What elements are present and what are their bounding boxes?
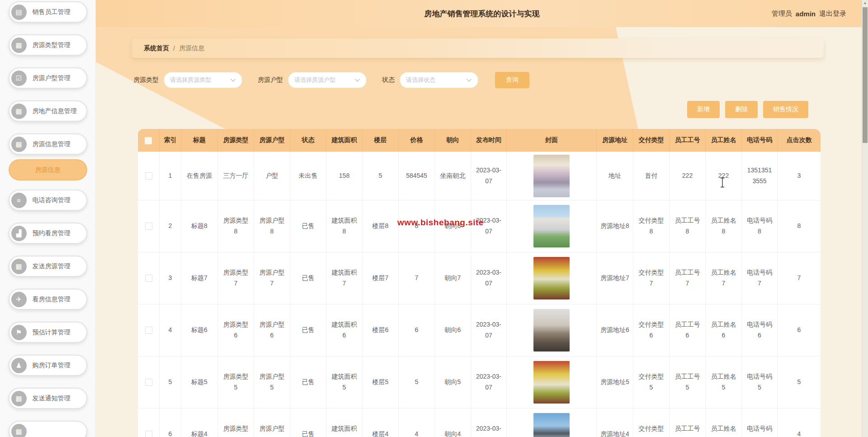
breadcrumb-home[interactable]: 系统首页: [144, 44, 169, 52]
sidebar-item-active[interactable]: 房源信息: [9, 159, 87, 180]
grid-icon: ▦: [11, 391, 27, 406]
sidebar-item[interactable]: ▦房地产信息管理: [9, 100, 87, 122]
header-cell: 房源地址: [597, 129, 633, 152]
select-all-checkbox[interactable]: [145, 137, 152, 144]
table-cell: 标题5: [181, 356, 218, 408]
scrollbar[interactable]: ▲: [862, 0, 868, 437]
row-checkbox[interactable]: [145, 275, 152, 282]
sidebar-item[interactable]: ≡电话咨询管理: [9, 190, 87, 211]
sidebar-item[interactable]: ▦发送房源管理: [9, 256, 87, 277]
colorful-room-photo[interactable]: [533, 257, 570, 299]
chevron-down-icon: [230, 78, 236, 82]
sidebar-item[interactable]: ▤销售员工管理: [9, 1, 87, 23]
table-cell: 222: [706, 152, 742, 200]
sidebar-item-label: 预约看房管理: [33, 229, 71, 238]
username: admin: [796, 10, 816, 18]
table-cell: 房源类型7: [218, 252, 254, 304]
breadcrumb: 系统首页 / 房源信息: [132, 38, 824, 58]
cell-cover: [507, 356, 597, 408]
sidebar-item[interactable]: ▦发送通知管理: [9, 388, 87, 409]
logout-link[interactable]: 退出登录: [819, 10, 846, 18]
header-cell: 索引: [160, 129, 181, 152]
table-cell: 222: [670, 152, 706, 200]
table-cell: 6: [160, 408, 181, 437]
sales-status-button[interactable]: 销售情况: [763, 101, 808, 118]
table-cell: 1: [160, 152, 181, 200]
header-cell: 楼层: [363, 129, 399, 152]
cell-cover: [507, 252, 597, 304]
delete-button[interactable]: 删除: [725, 101, 758, 118]
sidebar-item[interactable]: ▟预约看房管理: [9, 223, 87, 244]
filter-label: 房源户型: [258, 76, 283, 84]
sidebar-item[interactable]: ✈看房信息管理: [9, 289, 87, 310]
table-cell: 电话号码4: [742, 408, 778, 437]
table-cell: 户型: [254, 152, 290, 200]
table-cell: 三方一厅: [218, 152, 254, 200]
select-placeholder: 请选择房源类型: [170, 76, 211, 84]
table-cell: 3: [160, 252, 181, 304]
classic-interior-photo[interactable]: [533, 155, 570, 197]
sidebar: ▤销售员工管理▦房源类型管理☑房源户型管理▦房地产信息管理▦房源信息管理房源信息…: [0, 0, 96, 437]
table-cell: 电话号码8: [742, 200, 778, 252]
table-cell: 电话号码5: [742, 356, 778, 408]
sidebar-item[interactable]: ▦房源信息管理: [9, 133, 87, 155]
table-cell: 158: [326, 152, 363, 200]
sidebar-item[interactable]: ▦房源类型管理: [9, 34, 87, 56]
add-button[interactable]: 新增: [687, 101, 720, 118]
aframe-house-photo[interactable]: [533, 413, 570, 437]
header-cell: 朝向: [435, 129, 471, 152]
table-cell: 交付类型8: [633, 200, 670, 252]
filter-label: 房源类型: [133, 76, 159, 84]
row-checkbox[interactable]: [145, 379, 152, 386]
table-row: 5标题5房源类型5房源户型5已售建筑面积5楼层55朝向52023-03-07房源…: [138, 356, 821, 408]
flag-icon: ⚑: [11, 325, 27, 340]
table-cell: 房源地址5: [597, 356, 633, 408]
chevron-down-icon: [466, 78, 472, 82]
sidebar-item[interactable]: ⚑预估计算管理: [9, 322, 87, 343]
table-cell: 未出售: [290, 152, 326, 200]
cell-checkbox: [138, 200, 160, 252]
cell-checkbox: [138, 356, 160, 408]
cell-cover: [507, 200, 597, 252]
sidebar-item[interactable]: ☑房源户型管理: [9, 67, 87, 89]
grid-icon: ▦: [11, 104, 27, 119]
cell-cover: [507, 408, 597, 437]
table-cell: 房源地址6: [597, 304, 633, 356]
table-cell: 房源地址7: [597, 252, 633, 304]
page-title: 房地产销售管理系统的设计与实现: [96, 0, 868, 27]
row-checkbox[interactable]: [145, 431, 152, 437]
gray-house-photo[interactable]: [533, 309, 570, 352]
sidebar-item[interactable]: ♟购房订单管理: [9, 355, 87, 376]
table-cell: 2023-03-07: [471, 152, 507, 200]
scrollbar-thumb[interactable]: [863, 7, 868, 143]
table-cell: 7: [399, 252, 435, 304]
filter-select[interactable]: 请选择状态: [399, 71, 479, 89]
table-cell: 已售: [290, 356, 326, 408]
table-cell: 员工工号4: [670, 408, 706, 437]
topbar: 房地产销售管理系统的设计与实现 管理员 admin 退出登录: [96, 0, 868, 27]
data-table: 索引标题房源类型房源户型状态建筑面积楼层价格朝向发布时间封面房源地址交付类型员工…: [137, 129, 821, 437]
cell-cover: [507, 304, 597, 356]
table-cell: 8: [778, 200, 821, 252]
table-cell: 建筑面积8: [326, 200, 363, 252]
table-cell: 楼层7: [363, 252, 399, 304]
grid-icon: ▦: [11, 38, 27, 53]
sidebar-item[interactable]: ▦: [9, 421, 87, 437]
villa-photo[interactable]: [533, 205, 570, 247]
row-checkbox[interactable]: [145, 327, 152, 334]
header-cell: 点击次数: [778, 129, 821, 152]
header-cell: 员工工号: [670, 129, 706, 152]
filter-select[interactable]: 请选择房源户型: [288, 71, 367, 89]
filter-select[interactable]: 请选择房源类型: [163, 71, 243, 89]
row-checkbox[interactable]: [145, 223, 152, 230]
table-cell: 6: [778, 304, 821, 356]
colorful-room-photo[interactable]: [533, 361, 570, 404]
table-cell: 5: [399, 356, 435, 408]
grid-icon: ▦: [11, 137, 27, 152]
scroll-up-arrow[interactable]: ▲: [862, 1, 868, 5]
header-cell: 状态: [290, 129, 326, 152]
row-checkbox[interactable]: [145, 172, 152, 180]
search-button[interactable]: 查询: [495, 72, 529, 88]
table-cell: 建筑面积7: [326, 252, 363, 304]
table-cell: 建筑面积4: [326, 408, 363, 437]
